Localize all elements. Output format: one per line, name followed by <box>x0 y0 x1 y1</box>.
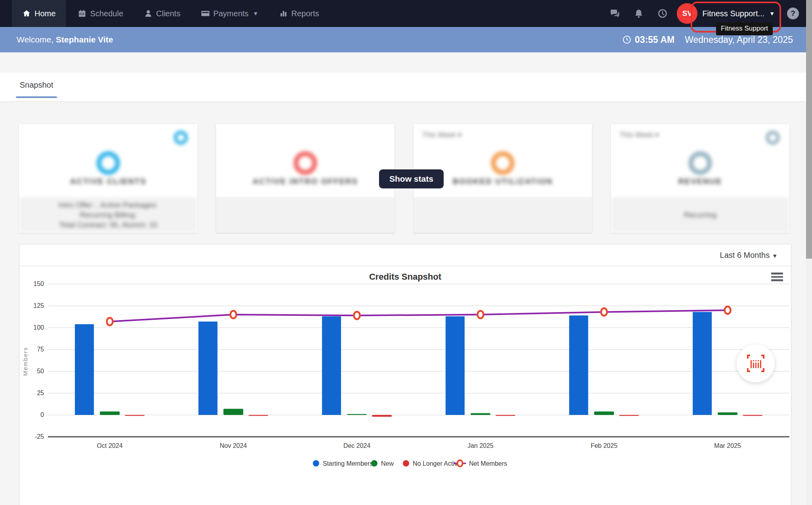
current-time: 03:55 AM <box>622 35 674 45</box>
bar-no-longer-active[interactable] <box>372 415 392 417</box>
bar-no-longer-active[interactable] <box>619 415 639 416</box>
clock-icon <box>622 35 632 44</box>
nav-item-reports[interactable]: Reports <box>270 0 328 27</box>
nav-item-label: Payments <box>213 9 249 18</box>
card-donut-icon <box>491 151 515 175</box>
net-members-marker[interactable] <box>230 311 236 319</box>
barcode-bubble[interactable] <box>737 344 775 382</box>
active-tab-underline <box>16 96 57 98</box>
chart-panel-header: Last 6 Months▼ <box>19 244 791 266</box>
time-text: 03:55 AM <box>635 35 674 45</box>
x-tick-label: Oct 2024 <box>97 442 123 449</box>
chart-body: Credits Snapshot 1501251007550250-25Memb… <box>19 266 791 505</box>
card-title: ACTIVE INTRO OFFERS <box>216 177 395 186</box>
date-range-label: Last 6 Months <box>720 251 770 259</box>
legend-label: Net Members <box>469 460 507 467</box>
card-footer: Recurring <box>611 197 789 233</box>
bar-new[interactable] <box>347 414 367 415</box>
card-title: ACTIVE CLIENTS <box>19 177 197 186</box>
card-title: REVENUE <box>611 177 789 186</box>
bar-new[interactable] <box>718 412 737 415</box>
nav-item-label: Schedule <box>90 9 123 18</box>
y-tick-label: 100 <box>33 324 44 331</box>
net-members-marker[interactable] <box>725 307 731 314</box>
user-tooltip: Fitness Support <box>716 23 773 35</box>
dashboard-screen: Home Schedule Clients Payments ▼ Reports <box>0 0 812 505</box>
bar-new[interactable] <box>224 409 243 415</box>
nav-item-clients[interactable]: Clients <box>135 0 189 27</box>
nav-item-label: Home <box>34 9 56 18</box>
nav-item-schedule[interactable]: Schedule <box>69 0 132 27</box>
home-icon <box>22 9 31 18</box>
bar-no-longer-active[interactable] <box>496 415 515 416</box>
legend-swatch <box>371 460 377 467</box>
nav-right-cluster: SV Fitness Support... ▼ ? <box>603 0 812 27</box>
chevron-down-icon: ▼ <box>253 10 259 17</box>
card-footer: Intro Offer: , Active Packages: Recurrin… <box>19 197 197 233</box>
y-tick-label: 75 <box>37 346 44 353</box>
tab-snapshot[interactable]: Snapshot <box>16 73 57 102</box>
net-members-marker[interactable] <box>354 312 360 319</box>
card-footer <box>216 197 395 233</box>
bar-new[interactable] <box>594 411 614 415</box>
credits-snapshot-panel: Last 6 Months▼ Credits Snapshot 15012510… <box>19 244 791 505</box>
card-donut-icon <box>293 151 317 175</box>
card-donut-icon <box>688 151 712 175</box>
help-icon[interactable]: ? <box>787 8 799 19</box>
clock-icon[interactable] <box>651 8 674 19</box>
card-range-dropdown[interactable]: This Week ▾ <box>620 131 659 139</box>
y-tick-label: 25 <box>37 390 44 396</box>
card-range-label: This Week <box>620 131 653 139</box>
bar-starting-members[interactable] <box>446 316 465 415</box>
card-range-dropdown[interactable]: This Week ▾ <box>422 131 462 139</box>
bar-no-longer-active[interactable] <box>743 415 762 416</box>
nav-item-payments[interactable]: Payments ▼ <box>192 0 267 27</box>
bar-starting-members[interactable] <box>693 312 712 415</box>
nav-item-home[interactable]: Home <box>12 0 66 27</box>
bar-starting-members[interactable] <box>569 315 588 415</box>
date-range-dropdown[interactable]: Last 6 Months▼ <box>720 251 778 260</box>
card-corner-ring-icon <box>174 131 188 145</box>
stat-card-active-intro-offers[interactable]: ACTIVE INTRO OFFERS <box>216 124 395 233</box>
show-stats-button[interactable]: Show stats <box>379 169 444 188</box>
bar-starting-members[interactable] <box>199 322 218 415</box>
stat-card-active-clients[interactable]: ACTIVE CLIENTS Intro Offer: , Active Pac… <box>19 124 197 233</box>
scrollbar-thumb[interactable] <box>806 0 812 259</box>
legend-label: New <box>381 460 394 467</box>
vertical-scrollbar[interactable] <box>806 0 812 505</box>
nav-item-label: Clients <box>156 9 180 18</box>
bar-new[interactable] <box>471 413 490 415</box>
card-footer-line: Total Contract: 95, Alumni: 15 <box>59 221 157 229</box>
net-members-marker[interactable] <box>107 318 113 325</box>
card-footer-line: Recurring <box>684 211 716 219</box>
chart-menu-icon[interactable] <box>771 273 783 281</box>
x-tick-label: Mar 2025 <box>714 442 741 449</box>
bar-new[interactable] <box>100 411 120 415</box>
credits-snapshot-chart[interactable]: 1501251007550250-25MembersOct 2024Nov 20… <box>19 266 791 505</box>
welcome-user-name: Stephanie Vite <box>56 35 113 44</box>
stat-card-revenue[interactable]: This Week ▾ REVENUE Recurring <box>611 124 789 233</box>
x-tick-label: Feb 2025 <box>591 442 618 449</box>
y-tick-label: 0 <box>40 411 44 418</box>
chevron-down-icon: ▼ <box>769 10 775 17</box>
legend-marker <box>458 460 463 467</box>
avatar[interactable]: SV <box>677 3 697 24</box>
legend-swatch <box>403 460 409 467</box>
top-navigation: Home Schedule Clients Payments ▼ Reports <box>0 0 812 27</box>
net-members-marker[interactable] <box>477 311 483 319</box>
bar-no-longer-active[interactable] <box>125 415 145 416</box>
card-footer-line: Intro Offer: , Active Packages: <box>59 201 158 209</box>
bar-starting-members[interactable] <box>322 316 341 415</box>
legend-label: No Longer Active <box>413 460 461 467</box>
card-donut-icon <box>96 151 120 175</box>
tab-label: Snapshot <box>16 81 57 90</box>
bell-icon[interactable] <box>627 8 651 19</box>
card-footer <box>414 197 592 233</box>
user-name: Fitness Support... <box>702 9 764 18</box>
net-members-marker[interactable] <box>601 308 607 316</box>
x-tick-label: Jan 2025 <box>467 442 494 449</box>
bar-starting-members[interactable] <box>75 324 94 415</box>
barcode-scan-icon <box>746 355 765 372</box>
bar-no-longer-active[interactable] <box>249 415 268 416</box>
chat-icon[interactable] <box>603 8 627 19</box>
